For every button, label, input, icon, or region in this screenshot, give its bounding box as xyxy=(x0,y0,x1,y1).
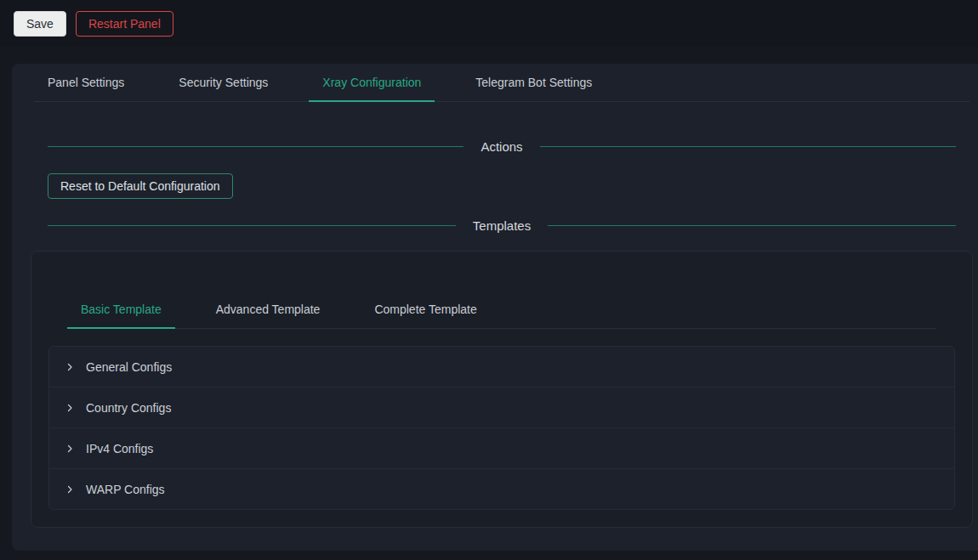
chevron-right-icon xyxy=(65,444,75,454)
collapse-header-warp-configs[interactable]: WARP Configs xyxy=(49,469,954,509)
collapse-header-country-configs[interactable]: Country Configs xyxy=(49,387,954,427)
tab-advanced-template[interactable]: Advanced Template xyxy=(202,291,334,328)
settings-card: Panel Settings Security Settings Xray Co… xyxy=(12,64,978,551)
collapse-header-ipv4-configs[interactable]: IPv4 Configs xyxy=(49,428,954,468)
tab-security-settings[interactable]: Security Settings xyxy=(165,64,281,101)
template-tabs: Basic Template Advanced Template Complet… xyxy=(67,291,936,329)
collapse-header-general-configs[interactable]: General Configs xyxy=(49,347,954,387)
collapse-item-warp-configs: WARP Configs xyxy=(49,468,954,509)
chevron-right-icon xyxy=(65,403,75,413)
templates-card: Basic Template Advanced Template Complet… xyxy=(31,251,973,528)
collapse-item-country-configs: Country Configs xyxy=(49,387,954,427)
topbar: Save Restart Panel xyxy=(0,0,978,47)
tab-panel-settings[interactable]: Panel Settings xyxy=(34,64,138,101)
settings-tabs: Panel Settings Security Settings Xray Co… xyxy=(34,64,969,102)
restart-panel-button[interactable]: Restart Panel xyxy=(76,11,173,37)
collapse-item-ipv4-configs: IPv4 Configs xyxy=(49,427,954,468)
chevron-right-icon xyxy=(65,362,75,372)
chevron-right-icon xyxy=(65,484,75,495)
tab-complete-template[interactable]: Complete Template xyxy=(361,291,490,328)
xray-configuration-panel: Actions Reset to Default Configuration T… xyxy=(12,139,978,233)
template-config-collapse: General Configs Country Configs IPv4 Con… xyxy=(48,346,955,510)
collapse-label: IPv4 Configs xyxy=(86,442,153,455)
tab-xray-configuration[interactable]: Xray Configuration xyxy=(309,64,435,101)
collapse-label: WARP Configs xyxy=(86,483,165,496)
actions-divider: Actions xyxy=(48,139,956,154)
templates-divider: Templates xyxy=(48,218,956,233)
templates-divider-label: Templates xyxy=(473,218,531,233)
tab-basic-template[interactable]: Basic Template xyxy=(67,291,175,328)
save-button[interactable]: Save xyxy=(14,11,66,37)
collapse-label: Country Configs xyxy=(86,401,171,415)
actions-divider-label: Actions xyxy=(480,139,522,154)
collapse-label: General Configs xyxy=(86,360,172,374)
collapse-item-general-configs: General Configs xyxy=(49,347,954,387)
reset-default-configuration-button[interactable]: Reset to Default Configuration xyxy=(48,173,233,199)
tab-telegram-bot-settings[interactable]: Telegram Bot Settings xyxy=(462,64,606,101)
